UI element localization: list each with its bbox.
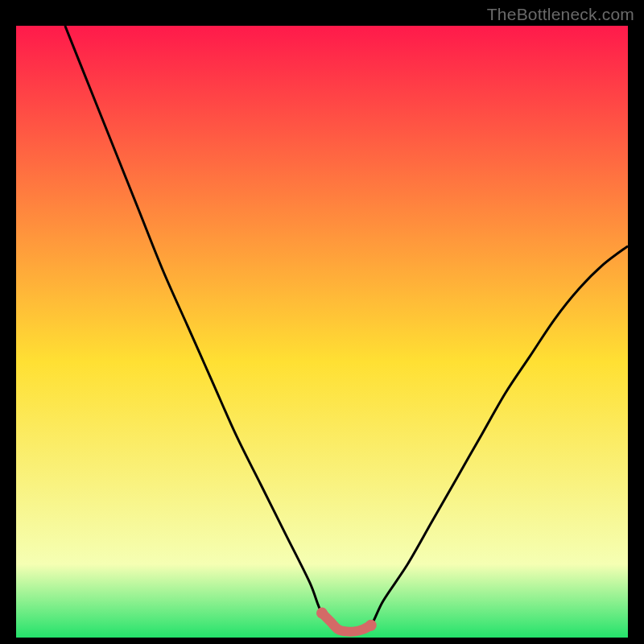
watermark-text: TheBottleneck.com [487, 5, 634, 24]
chart-frame [16, 26, 628, 638]
bottleneck-chart [16, 26, 628, 638]
optimal-range-dot-left [316, 608, 328, 619]
gradient-backdrop [16, 26, 628, 638]
optimal-range-dot-right [365, 620, 377, 631]
